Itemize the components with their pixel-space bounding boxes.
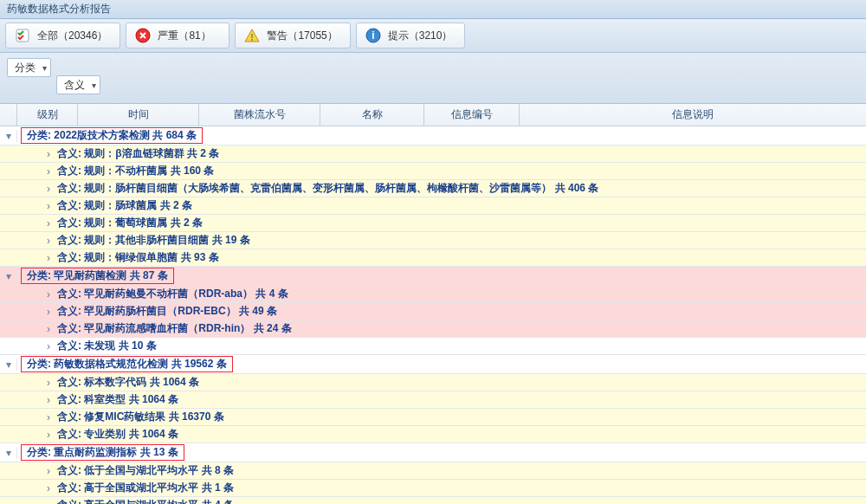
- groupby-value: 分类: [15, 61, 36, 75]
- expand-toggle[interactable]: ›: [42, 429, 55, 441]
- subgroup-title: 含义: 科室类型 共 1064 条: [55, 392, 178, 407]
- expand-toggle[interactable]: ›: [42, 148, 55, 160]
- subgroup-value: 含义: [64, 78, 85, 93]
- expand-toggle[interactable]: ›: [42, 500, 55, 505]
- subgroup-row[interactable]: ›含义: 未发现 共 10 条: [0, 338, 866, 355]
- subgroup-row[interactable]: ›含义: 修复MIC药敏结果 共 16370 条: [0, 409, 866, 426]
- subgroup-title: 含义: 未发现 共 10 条: [55, 339, 157, 353]
- subgroup-row[interactable]: ›含义: 低于全国与湖北平均水平 共 8 条: [0, 462, 866, 480]
- subgroup-title: 含义: 规则：葡萄球菌属 共 2 条: [55, 216, 203, 230]
- filter-all-label: 全部（20346）: [37, 29, 107, 43]
- expand-toggle[interactable]: ›: [42, 252, 55, 264]
- filter-hint-label: 提示（3210）: [388, 29, 453, 43]
- subgroup-row[interactable]: ›含义: 标本数字代码 共 1064 条: [0, 374, 866, 391]
- filter-bar: 分类 ▾ 含义 ▾: [0, 53, 866, 104]
- expand-toggle[interactable]: ›: [42, 200, 55, 212]
- groupby-combo[interactable]: 分类 ▾: [7, 58, 51, 77]
- col-strain[interactable]: 菌株流水号: [199, 104, 320, 126]
- subgroup-row[interactable]: ›含义: 罕见耐药肠杆菌目（RDR-EBC） 共 49 条: [0, 303, 866, 320]
- group-title: 分类: 药敏数据格式规范化检测 共 19562 条: [21, 356, 233, 372]
- svg-rect-2: [251, 34, 253, 38]
- toolbar: 全部（20346） 严重（81） 警告（17055） i 提示（3210）: [0, 19, 866, 53]
- expand-toggle[interactable]: ›: [42, 306, 55, 318]
- subgroup-title: 含义: 高于全国或湖北平均水平 共 1 条: [55, 481, 234, 495]
- filter-all-button[interactable]: 全部（20346）: [5, 23, 120, 48]
- expand-toggle[interactable]: ›: [42, 340, 55, 352]
- group-row[interactable]: ▾分类: 2022版技术方案检测 共 684 条: [0, 126, 866, 145]
- group-row[interactable]: ▾分类: 药敏数据格式规范化检测 共 19562 条: [0, 355, 866, 374]
- chevron-down-icon: ▾: [42, 63, 47, 73]
- subgroup-row[interactable]: ›含义: 高于全国与湖北平均水平 共 4 条: [0, 497, 866, 504]
- group-title: 分类: 罕见耐药菌检测 共 87 条: [21, 268, 174, 284]
- checklist-icon: [15, 28, 30, 43]
- expand-toggle[interactable]: ›: [42, 482, 55, 494]
- subgroup-title: 含义: 高于全国与湖北平均水平 共 4 条: [55, 498, 234, 504]
- expand-toggle[interactable]: ▾: [0, 270, 17, 282]
- subgroup-title: 含义: 罕见耐药鲍曼不动杆菌（RDR-aba） 共 4 条: [55, 287, 288, 301]
- expand-toggle[interactable]: ›: [42, 323, 55, 335]
- subgroup-row[interactable]: ›含义: 规则：铜绿假单胞菌 共 93 条: [0, 249, 866, 267]
- subgroup-row[interactable]: ›含义: 规则：其他非肠杆菌目细菌 共 19 条: [0, 232, 866, 249]
- subgroup-title: 含义: 罕见耐药肠杆菌目（RDR-EBC） 共 49 条: [55, 304, 277, 319]
- subgroup-title: 含义: 规则：其他非肠杆菌目细菌 共 19 条: [55, 233, 250, 248]
- filter-hint-button[interactable]: i 提示（3210）: [356, 23, 466, 48]
- window-title: 药敏数据格式分析报告: [0, 0, 866, 19]
- subgroup-combo[interactable]: 含义 ▾: [56, 75, 100, 94]
- expand-toggle[interactable]: ›: [42, 465, 55, 477]
- chevron-down-icon: ▾: [92, 81, 96, 90]
- subgroup-row[interactable]: ›含义: 罕见耐药流感嗜血杆菌（RDR-hin） 共 24 条: [0, 320, 866, 338]
- subgroup-title: 含义: 规则：铜绿假单胞菌 共 93 条: [55, 250, 219, 265]
- subgroup-row[interactable]: ›含义: 专业类别 共 1064 条: [0, 426, 866, 443]
- expand-toggle[interactable]: ›: [42, 217, 55, 229]
- svg-text:i: i: [372, 29, 374, 42]
- subgroup-title: 含义: 罕见耐药流感嗜血杆菌（RDR-hin） 共 24 条: [55, 321, 292, 336]
- expand-toggle[interactable]: ›: [42, 377, 55, 389]
- info-icon: i: [365, 28, 381, 43]
- subgroup-row[interactable]: ›含义: 规则：肠球菌属 共 2 条: [0, 197, 866, 215]
- group-row[interactable]: ▾分类: 罕见耐药菌检测 共 87 条: [0, 267, 866, 286]
- subgroup-row[interactable]: ›含义: 规则：不动杆菌属 共 160 条: [0, 163, 866, 180]
- expand-toggle[interactable]: ›: [42, 411, 55, 423]
- warning-icon: [244, 28, 260, 43]
- subgroup-title: 含义: 专业类别 共 1064 条: [55, 427, 178, 442]
- filter-warn-button[interactable]: 警告（17055）: [235, 23, 350, 48]
- col-time[interactable]: 时间: [78, 104, 199, 126]
- subgroup-title: 含义: 规则：β溶血链球菌群 共 2 条: [55, 146, 219, 161]
- table-header: 级别 时间 菌株流水号 名称 信息编号 信息说明: [0, 104, 866, 126]
- col-info-no[interactable]: 信息编号: [424, 104, 520, 126]
- expand-toggle[interactable]: ▾: [0, 130, 17, 142]
- expand-toggle[interactable]: ›: [42, 165, 55, 178]
- subgroup-row[interactable]: ›含义: 规则：肠杆菌目细菌（大肠埃希菌、克雷伯菌属、变形杆菌属、肠杆菌属、枸橼…: [0, 180, 866, 197]
- group-title: 分类: 重点耐药监测指标 共 13 条: [21, 444, 184, 461]
- subgroup-row[interactable]: ›含义: 规则：葡萄球菌属 共 2 条: [0, 215, 866, 232]
- col-name[interactable]: 名称: [320, 104, 424, 126]
- filter-warn-label: 警告（17055）: [267, 29, 337, 43]
- expand-toggle[interactable]: ›: [42, 235, 55, 247]
- subgroup-row[interactable]: ›含义: 罕见耐药鲍曼不动杆菌（RDR-aba） 共 4 条: [0, 286, 866, 303]
- table-body[interactable]: ▾分类: 2022版技术方案检测 共 684 条›含义: 规则：β溶血链球菌群 …: [0, 126, 866, 504]
- subgroup-row[interactable]: ›含义: 规则：β溶血链球菌群 共 2 条: [0, 145, 866, 163]
- expand-toggle[interactable]: ›: [42, 394, 55, 406]
- group-title: 分类: 2022版技术方案检测 共 684 条: [21, 127, 203, 144]
- subgroup-title: 含义: 规则：不动杆菌属 共 160 条: [55, 164, 214, 178]
- expand-toggle[interactable]: ›: [42, 288, 55, 300]
- subgroup-title: 含义: 修复MIC药敏结果 共 16370 条: [55, 410, 224, 424]
- expand-toggle[interactable]: ›: [42, 183, 55, 195]
- error-icon: [135, 28, 151, 43]
- svg-rect-3: [251, 39, 253, 41]
- subgroup-title: 含义: 标本数字代码 共 1064 条: [55, 375, 199, 390]
- subgroup-row[interactable]: ›含义: 高于全国或湖北平均水平 共 1 条: [0, 480, 866, 497]
- group-row[interactable]: ▾分类: 重点耐药监测指标 共 13 条: [0, 443, 866, 462]
- col-info-desc[interactable]: 信息说明: [520, 104, 866, 126]
- subgroup-title: 含义: 低于全国与湖北平均水平 共 8 条: [55, 463, 234, 478]
- subgroup-row[interactable]: ›含义: 科室类型 共 1064 条: [0, 391, 866, 409]
- expand-toggle[interactable]: ▾: [0, 359, 17, 371]
- subgroup-title: 含义: 规则：肠球菌属 共 2 条: [55, 198, 192, 213]
- subgroup-title: 含义: 规则：肠杆菌目细菌（大肠埃希菌、克雷伯菌属、变形杆菌属、肠杆菌属、枸橼酸…: [55, 181, 598, 196]
- col-level[interactable]: 级别: [17, 104, 78, 126]
- filter-severe-label: 严重（81）: [158, 29, 210, 43]
- col-gutter: [0, 104, 17, 126]
- filter-severe-button[interactable]: 严重（81）: [126, 23, 229, 48]
- expand-toggle[interactable]: ▾: [0, 447, 17, 459]
